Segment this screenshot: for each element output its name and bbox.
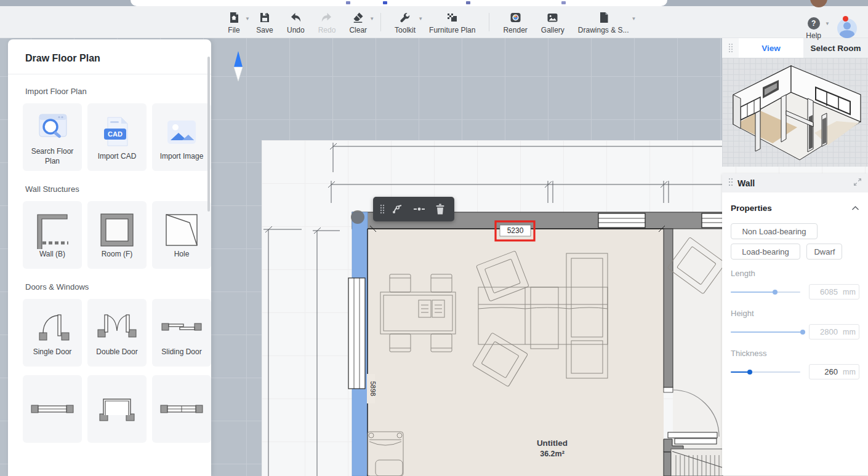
furniture-plan-button-label: Furniture Plan bbox=[429, 26, 475, 34]
thickness-label: Thickness bbox=[731, 349, 859, 358]
svg-text:CAD: CAD bbox=[108, 130, 123, 138]
chevron-down-icon[interactable]: ▼ bbox=[418, 16, 423, 22]
file-icon bbox=[228, 10, 240, 24]
double-door-card[interactable]: Double Door bbox=[87, 299, 147, 367]
gallery-icon bbox=[546, 10, 559, 24]
chevron-down-icon[interactable]: ▼ bbox=[369, 16, 374, 22]
hole-shape-icon bbox=[163, 211, 201, 249]
card-label: Room (F) bbox=[99, 249, 135, 259]
3d-preview[interactable] bbox=[722, 58, 868, 167]
height-slider[interactable] bbox=[731, 328, 800, 336]
length-label: Length bbox=[731, 269, 859, 278]
user-avatar[interactable] bbox=[837, 18, 857, 38]
save-button-label: Save bbox=[256, 26, 273, 34]
svg-text:5898: 5898 bbox=[369, 381, 377, 396]
staircase[interactable] bbox=[671, 449, 723, 476]
wall-panel-title: Wall bbox=[737, 178, 849, 188]
sliding-door-card[interactable]: Sliding Door bbox=[152, 299, 211, 367]
help-button[interactable]: ? Help ▼ bbox=[806, 17, 821, 40]
image-icon bbox=[166, 113, 198, 151]
wall-joint-handle[interactable] bbox=[351, 210, 364, 224]
chevron-down-icon[interactable]: ▼ bbox=[632, 16, 637, 22]
browser-address-bar bbox=[131, 0, 667, 6]
toolkit-button[interactable]: Toolkit ▼ bbox=[390, 7, 420, 37]
wall-b-card[interactable]: Wall (B) bbox=[23, 201, 82, 269]
card-label: Search Floor Plan bbox=[23, 146, 82, 166]
expand-icon[interactable] bbox=[853, 178, 862, 189]
room-floor[interactable] bbox=[368, 229, 664, 476]
thickness-value[interactable] bbox=[810, 367, 838, 376]
panel-scrollbar[interactable] bbox=[207, 57, 210, 212]
save-button[interactable]: Save bbox=[251, 7, 278, 37]
hole-card[interactable]: Hole bbox=[152, 201, 211, 269]
chevron-down-icon[interactable]: ▼ bbox=[825, 21, 830, 26]
wall-drag-handle-icon[interactable] bbox=[728, 178, 733, 189]
toolkit-button-label: Toolkit bbox=[395, 26, 416, 34]
load-bearing-button[interactable]: Load-bearing bbox=[731, 244, 800, 260]
svg-text:Untitled: Untitled bbox=[537, 438, 568, 448]
camera-icon bbox=[509, 10, 522, 24]
redo-button[interactable]: Redo bbox=[313, 7, 341, 37]
drawings-icon bbox=[598, 10, 609, 24]
avatar-body bbox=[840, 30, 854, 38]
single-door-card[interactable]: Single Door bbox=[23, 299, 82, 367]
drawings-button[interactable]: Drawings & S... ▼ bbox=[573, 7, 634, 37]
dwarf-button[interactable]: Dwarf bbox=[806, 244, 842, 260]
file-button[interactable]: File ▼ bbox=[220, 7, 247, 37]
length-slider[interactable] bbox=[731, 288, 800, 296]
single-door-icon bbox=[32, 309, 73, 347]
undo-icon bbox=[289, 10, 302, 24]
import-cad-card[interactable]: CAD Import CAD bbox=[87, 103, 147, 171]
window-card[interactable] bbox=[23, 375, 82, 443]
height-unit: mm bbox=[843, 328, 856, 336]
render-button-label: Render bbox=[503, 26, 527, 34]
height-value[interactable] bbox=[810, 327, 838, 336]
clear-button[interactable]: Clear ▼ bbox=[344, 7, 372, 37]
length-value[interactable] bbox=[810, 287, 838, 296]
card-label: Hole bbox=[172, 249, 192, 259]
double-door-icon bbox=[95, 309, 139, 347]
search-floor-plan-card[interactable]: Search Floor Plan bbox=[23, 103, 82, 171]
drawings-button-label: Drawings & S... bbox=[578, 26, 629, 34]
thickness-unit: mm bbox=[843, 368, 856, 376]
tab-view[interactable]: View bbox=[739, 38, 803, 58]
render-button[interactable]: Render bbox=[498, 7, 532, 37]
drag-handle-icon[interactable] bbox=[378, 204, 386, 214]
right-panel: View Select Room bbox=[722, 38, 868, 476]
room-f-card[interactable]: Room (F) bbox=[87, 201, 147, 269]
redo-icon bbox=[320, 10, 334, 24]
curve-wall-icon[interactable] bbox=[388, 199, 407, 219]
svg-text:36.2m²: 36.2m² bbox=[540, 450, 565, 458]
wall-context-toolbar bbox=[373, 197, 454, 221]
panel-drag-handle-icon[interactable] bbox=[722, 38, 739, 58]
length-unit: mm bbox=[843, 288, 856, 296]
north-arrow-icon bbox=[234, 51, 243, 81]
panel-title: Draw Floor Plan bbox=[8, 39, 211, 74]
avatar-head bbox=[843, 22, 851, 30]
bay-window-card[interactable] bbox=[87, 375, 147, 443]
import-image-card[interactable]: Import Image bbox=[152, 103, 211, 171]
chevron-down-icon[interactable]: ▼ bbox=[245, 16, 250, 22]
notification-dot bbox=[843, 16, 848, 22]
length-input[interactable]: mm bbox=[809, 284, 859, 299]
sliding-window-card[interactable] bbox=[152, 375, 211, 443]
clear-button-label: Clear bbox=[349, 26, 367, 34]
thickness-input[interactable]: mm bbox=[809, 364, 859, 379]
left-wall-window[interactable] bbox=[348, 278, 365, 389]
trash-icon[interactable] bbox=[431, 199, 449, 219]
split-wall-icon[interactable] bbox=[409, 199, 428, 219]
thickness-slider[interactable] bbox=[731, 368, 800, 376]
furniture-plan-icon bbox=[446, 10, 459, 24]
undo-button[interactable]: Undo bbox=[282, 7, 310, 37]
non-load-bearing-button[interactable]: Non Load-bearing bbox=[731, 223, 818, 239]
3d-floor-plan-sketch bbox=[722, 58, 868, 167]
height-input[interactable]: mm bbox=[809, 324, 859, 339]
browser-top-strip bbox=[0, 0, 868, 6]
svg-text:5230: 5230 bbox=[507, 226, 524, 235]
gallery-button-label: Gallery bbox=[541, 26, 565, 34]
furniture-plan-button[interactable]: Furniture Plan bbox=[424, 7, 480, 37]
gallery-button[interactable]: Gallery bbox=[536, 7, 569, 37]
room-shape-icon bbox=[98, 211, 136, 249]
height-label: Height bbox=[731, 309, 859, 318]
chevron-up-icon[interactable] bbox=[851, 202, 859, 213]
